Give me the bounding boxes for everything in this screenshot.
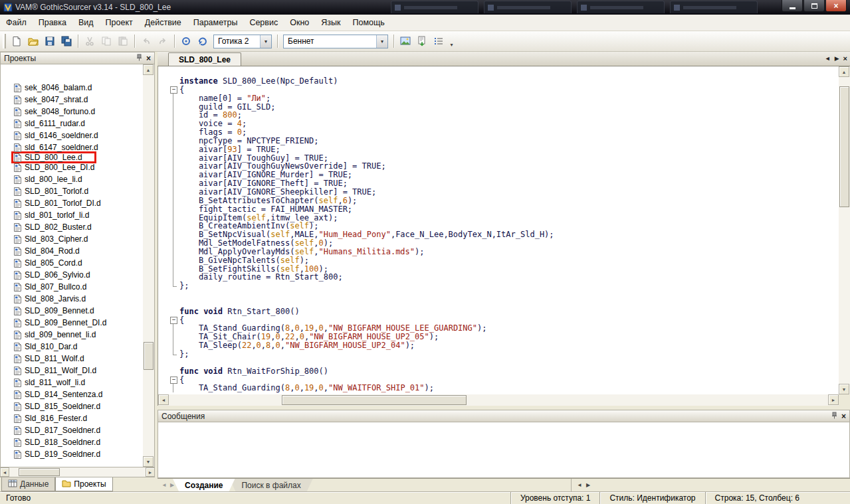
fold-toggle-icon[interactable] (169, 316, 179, 325)
menu-item[interactable]: Правка (33, 15, 72, 31)
file-row[interactable]: SLD_811_Wolf.d (13, 353, 84, 365)
scroll-left-icon[interactable]: ◄ (0, 467, 9, 477)
scroll-down-icon[interactable]: ▼ (839, 384, 849, 394)
menu-item[interactable]: Вид (72, 15, 100, 31)
menu-item[interactable]: Файл (0, 15, 33, 31)
fold-toggle-icon[interactable] (169, 86, 179, 94)
scroll-left-icon[interactable]: ◄ (158, 394, 169, 405)
tab-prev-icon[interactable]: ◄ (825, 55, 831, 62)
file-row[interactable]: SLD_801_Torlof_DI.d (13, 197, 101, 209)
file-row[interactable]: SLD_802_Buster.d (13, 221, 92, 233)
pin-icon[interactable] (831, 412, 837, 421)
file-row[interactable]: sld_811_wolf_li.d (13, 377, 85, 388)
code-line[interactable] (169, 299, 839, 307)
file-row[interactable]: SLD_800_Lee_DI.d (13, 161, 94, 173)
file-row[interactable]: SLD_809_Bennet_DI.d (13, 317, 106, 329)
code-line[interactable]: TA_Sleep(22,0,8,0,"NW_BIGFARM_HOUSE_UP2_… (169, 341, 839, 350)
tab-scroll-right-icon[interactable]: ▶ (586, 482, 590, 488)
file-row[interactable]: Sld_810_Dar.d (13, 341, 77, 353)
file-row[interactable]: Sld_803_Cipher.d (13, 233, 88, 245)
scroll-right-icon[interactable]: ► (828, 394, 839, 405)
chevron-down-icon[interactable]: ▾ (260, 35, 271, 48)
file-row[interactable]: SLD_806_Sylvio.d (13, 269, 90, 281)
file-row[interactable]: SLD_801_Torlof.d (13, 185, 88, 197)
npc-select[interactable]: Беннет▾ (283, 35, 388, 48)
code-line[interactable]: Mdl_SetModelFatness(self,0); (169, 239, 839, 248)
file-row[interactable]: Sld_807_Bullco.d (13, 281, 86, 293)
close-panel-icon[interactable]: × (146, 54, 151, 62)
close-panel-icon[interactable]: × (841, 412, 846, 420)
code-line[interactable] (169, 290, 839, 299)
chevron-down-icon[interactable]: ▾ (376, 35, 387, 48)
panel-tab[interactable]: Данные (1, 477, 55, 491)
code-line[interactable] (169, 359, 839, 367)
code-lines[interactable]: instance SLD_800_Lee(Npc_Default){ name[… (158, 66, 839, 394)
tab-next-icon[interactable]: ▶ (835, 55, 839, 62)
file-row[interactable]: sld_800_lee_li.d (13, 173, 82, 185)
document-tab[interactable]: SLD_800_Lee (168, 52, 241, 66)
file-row[interactable]: sek_8046_balam.d (13, 82, 92, 94)
code-line[interactable]: { (169, 86, 839, 94)
code-line[interactable]: aivar[93] = TRUE; (169, 145, 839, 154)
tab-scroll-right-icon[interactable]: ▶ (170, 482, 174, 488)
new-file-icon[interactable] (9, 34, 25, 49)
code-editor[interactable]: instance SLD_800_Lee(Npc_Default){ name[… (158, 66, 850, 406)
open-folder-icon[interactable] (25, 34, 41, 49)
fold-toggle-icon[interactable] (169, 376, 179, 384)
file-row[interactable]: sld_801_torlof_li.d (13, 209, 89, 221)
details-list-icon[interactable] (431, 34, 447, 49)
file-row[interactable]: Sld_816_Fester.d (13, 412, 87, 424)
file-row[interactable]: sek_8047_shrat.d (13, 94, 88, 106)
file-row[interactable]: SLD_809_Bennet.d (13, 305, 94, 317)
tab-scroll-left-icon[interactable]: ◄ (161, 482, 167, 488)
minimize-button[interactable] (782, 0, 803, 12)
scroll-right-icon[interactable]: ► (146, 467, 155, 477)
game-version-select[interactable]: Готика 2▾ (213, 35, 272, 48)
bottom-tab[interactable]: Поиск в файлах (229, 479, 312, 491)
scroll-down-icon[interactable]: ▼ (143, 456, 154, 467)
scroll-up-icon[interactable]: ▲ (839, 66, 849, 77)
code-line[interactable]: name[0] = "Ли"; (169, 94, 839, 103)
tab-scroll-left-icon[interactable]: ◄ (577, 482, 582, 488)
file-row[interactable]: sld_6147_soeldner.d (13, 141, 98, 153)
editor-hscrollbar[interactable]: ◄ ► (158, 394, 839, 406)
panel-tab[interactable]: Проекты (55, 477, 112, 491)
file-row[interactable]: Sld_805_Cord.d (13, 257, 82, 269)
save-all-icon[interactable] (58, 34, 74, 49)
code-line[interactable]: npcType = NPCTYPE_FRIEND; (169, 137, 839, 145)
save-icon[interactable] (42, 34, 58, 49)
file-row[interactable]: SLD_817_Soeldner.d (13, 424, 100, 436)
menu-item[interactable]: Окно (284, 15, 315, 31)
code-line[interactable]: daily_routine = Rtn_Start_800; (169, 273, 839, 282)
code-line[interactable]: fight_tactic = FAI_HUMAN_MASTER; (169, 205, 839, 214)
decompile-icon[interactable] (195, 34, 211, 49)
menu-item[interactable]: Язык (315, 15, 346, 31)
code-line[interactable]: voice = 4; (169, 120, 839, 128)
tree-scrollbar[interactable]: ▲ ▼ (143, 64, 154, 467)
code-line[interactable]: Mdl_ApplyOverlayMds(self,"Humans_Militia… (169, 248, 839, 256)
code-line[interactable]: id = 800; (169, 111, 839, 120)
code-line[interactable]: func void Rtn_Start_800() (169, 307, 839, 316)
file-row[interactable]: SLD_818_Soeldner.d (13, 436, 100, 448)
file-row[interactable]: Sld_808_Jarvis.d (13, 293, 86, 305)
menu-item[interactable]: Параметры (187, 15, 244, 31)
file-row[interactable]: SLD_815_Soeldner.d (13, 400, 100, 412)
scroll-thumb[interactable] (19, 468, 60, 476)
maximize-button[interactable] (803, 0, 825, 12)
tree-hscrollbar[interactable]: ◄ ► (0, 467, 155, 477)
scroll-thumb[interactable] (839, 86, 849, 207)
menu-item[interactable]: Сервис (243, 15, 284, 31)
file-row[interactable]: SLD_811_Wolf_DI.d (13, 365, 96, 377)
window-image-icon[interactable] (397, 34, 413, 49)
code-line[interactable]: B_SetAttributesToChapter(self,6); (169, 197, 839, 205)
file-row[interactable]: sld_809_bennet_li.d (13, 329, 96, 341)
code-line[interactable]: TA_Stand_Guarding(8,0,19,0,"NW_WAITFOR_S… (169, 384, 839, 392)
compile-scripts-icon[interactable] (178, 34, 194, 49)
bottom-tab[interactable]: Создание (173, 479, 235, 491)
file-row[interactable]: sld_6146_soeldner.d (13, 129, 98, 141)
menu-item[interactable]: Проект (100, 15, 139, 31)
toolbar-grip[interactable] (3, 34, 6, 48)
code-line[interactable]: instance SLD_800_Lee(Npc_Default) (169, 77, 839, 86)
code-line[interactable]: flags = 0; (169, 128, 839, 137)
file-row[interactable]: sld_6111_rudar.d (13, 118, 85, 129)
